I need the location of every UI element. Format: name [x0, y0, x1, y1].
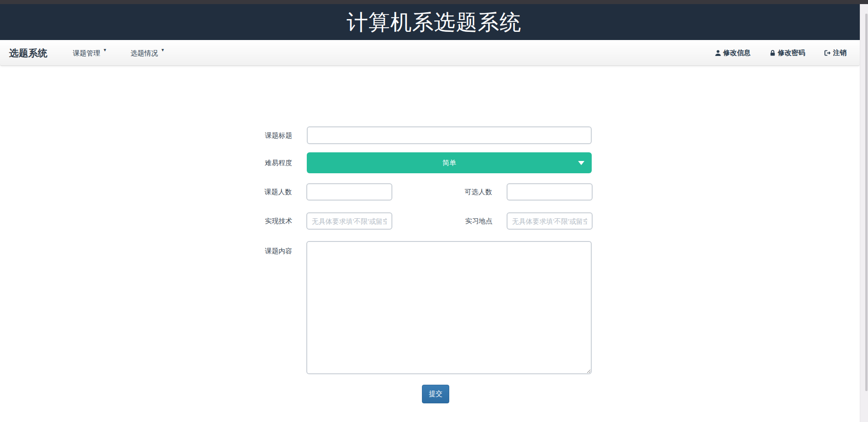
topic-title-input[interactable] [307, 126, 592, 144]
location-input[interactable] [507, 212, 593, 230]
menu-label: 选题情况 [131, 49, 158, 57]
change-password-link[interactable]: 修改密码 [769, 49, 805, 57]
logout-link[interactable]: 注销 [824, 49, 847, 57]
technology-input[interactable] [306, 212, 392, 230]
menu-label: 课题管理 [73, 49, 100, 57]
user-links: 修改信息 修改密码 注 [715, 40, 847, 66]
scrollbar-track[interactable] [860, 4, 868, 422]
window-top-strip [0, 0, 868, 4]
edit-info-label: 修改信息 [723, 49, 751, 57]
content-textarea[interactable] [306, 241, 592, 374]
difficulty-select[interactable]: 简单 [307, 152, 592, 173]
navbar-brand[interactable]: 选题系统 [9, 40, 47, 66]
scrollbar-thumb[interactable] [865, 14, 868, 391]
navbar: 选题系统 课题管理▼ 选题情况▼ 修改信息 [0, 40, 860, 66]
dropdown-caret-icon [578, 161, 584, 165]
edit-info-link[interactable]: 修改信息 [715, 49, 751, 57]
topic-people-input[interactable] [306, 183, 392, 201]
content-label: 课题内容 [265, 246, 292, 256]
technology-label: 实现技术 [265, 212, 292, 230]
selectable-people-input[interactable] [507, 183, 593, 201]
chevron-down-icon: ▼ [103, 37, 107, 63]
user-icon [715, 50, 721, 56]
difficulty-label: 难易程度 [265, 152, 292, 173]
selectable-people-label: 可选人数 [465, 183, 492, 201]
chevron-down-icon: ▼ [161, 37, 165, 63]
page: 计算机系选题系统 选题系统 课题管理▼ 选题情况▼ 修改信息 [0, 0, 868, 422]
menu-selection-status[interactable]: 选题情况▼ [131, 40, 165, 66]
difficulty-selected-value: 简单 [307, 152, 592, 173]
logout-label: 注销 [833, 49, 847, 57]
submit-button[interactable]: 提交 [422, 385, 449, 403]
page-title: 计算机系选题系统 [0, 10, 868, 34]
menu-topic-management[interactable]: 课题管理▼ [73, 40, 107, 66]
logout-icon [824, 50, 831, 56]
location-label: 实习地点 [465, 212, 492, 230]
topic-title-label: 课题标题 [265, 126, 292, 144]
change-password-label: 修改密码 [778, 49, 805, 57]
topic-people-label: 课题人数 [264, 183, 292, 201]
lock-icon [769, 50, 776, 56]
